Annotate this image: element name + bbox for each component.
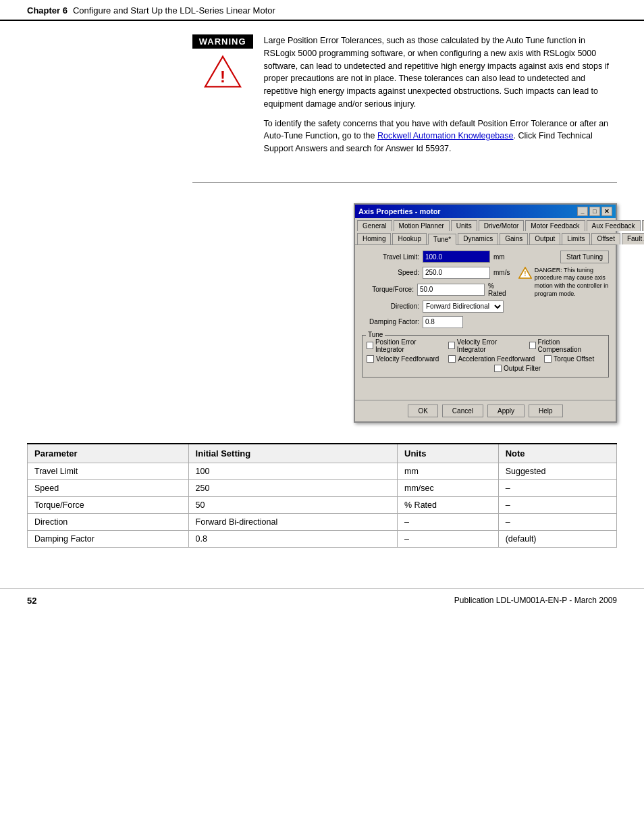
warning-label: WARNING bbox=[192, 34, 253, 49]
torque-unit: % Rated bbox=[488, 282, 512, 297]
close-button[interactable]: ✕ bbox=[601, 207, 612, 216]
friction-checkbox[interactable] bbox=[529, 342, 536, 349]
table-cell: (default) bbox=[498, 530, 616, 547]
tab-general[interactable]: General bbox=[357, 220, 392, 231]
dialog-footer: OK Cancel Apply Help bbox=[355, 400, 616, 421]
table-cell: Direction bbox=[28, 513, 189, 530]
spacer bbox=[362, 381, 609, 394]
torque-label: Torque/Force: bbox=[362, 286, 417, 293]
tab-tune[interactable]: Tune* bbox=[428, 234, 456, 245]
table-row: Torque/Force50% Rated– bbox=[28, 496, 617, 513]
tab-units[interactable]: Units bbox=[451, 220, 477, 231]
table-header-row: Parameter Initial Setting Units Note bbox=[28, 444, 617, 463]
accel-ff-label: Acceleration Feedforward bbox=[458, 355, 535, 363]
warning-icon-box: WARNING ! bbox=[192, 34, 253, 162]
output-filter-label: Output Filter bbox=[504, 365, 541, 372]
velocity-error-checkbox[interactable] bbox=[448, 342, 455, 349]
table-cell: 100 bbox=[188, 463, 397, 479]
checkbox-torque-offset: Torque Offset bbox=[544, 355, 594, 363]
position-error-checkbox[interactable] bbox=[367, 342, 373, 349]
chapter-label: Chapter 6 bbox=[27, 5, 68, 16]
checkbox-accel-ff: Acceleration Feedforward bbox=[448, 355, 535, 363]
table-cell: Speed bbox=[28, 479, 189, 496]
table-cell: – bbox=[498, 513, 616, 530]
tune-checkbox-row-3: Output Filter bbox=[367, 365, 604, 372]
tab-hookup[interactable]: Hookup bbox=[392, 233, 426, 244]
table-cell: – bbox=[498, 479, 616, 496]
table-cell: Damping Factor bbox=[28, 530, 189, 547]
travel-limit-unit: mm bbox=[493, 253, 505, 261]
position-error-label: Position Error Integrator bbox=[375, 338, 439, 353]
tune-legend: Tune bbox=[366, 331, 385, 338]
tab-conversion[interactable]: Conversion bbox=[642, 220, 644, 231]
table-cell: Suggested bbox=[498, 463, 616, 479]
friction-label: Friction Compensation bbox=[538, 338, 597, 353]
direction-label: Direction: bbox=[362, 303, 423, 310]
minimize-button[interactable]: _ bbox=[577, 207, 588, 216]
speed-danger-container: Speed: mm/s Torque/Force: % Rated Direct… bbox=[362, 267, 609, 332]
col-units: Units bbox=[398, 444, 499, 463]
damping-row: Damping Factor: bbox=[362, 316, 512, 328]
tab-motion-planner[interactable]: Motion Planner bbox=[394, 220, 450, 231]
warning-triangle-icon: ! bbox=[203, 54, 243, 89]
screenshot-section: Axis Properties - motor _ □ ✕ General Mo… bbox=[27, 203, 617, 423]
checkbox-velocity-error: Velocity Error Integrator bbox=[448, 338, 520, 353]
torque-input[interactable] bbox=[417, 284, 485, 296]
main-content: WARNING ! Large Position Error Tolerance… bbox=[0, 21, 644, 575]
tune-checkbox-row-2: Velocity Feedforward Acceleration Feedfo… bbox=[367, 355, 604, 363]
section-divider bbox=[192, 182, 617, 183]
tab-motor-feedback[interactable]: Motor Feedback bbox=[525, 220, 585, 231]
checkbox-velocity-ff: Velocity Feedforward bbox=[367, 355, 439, 363]
table-cell: 50 bbox=[188, 496, 397, 513]
tab-row-2: Homing Hookup Tune* Dynamics Gains Outpu… bbox=[355, 231, 616, 244]
svg-text:!: ! bbox=[524, 270, 526, 278]
direction-select[interactable]: Forward Bidirectional bbox=[423, 301, 504, 313]
speed-unit: mm/s bbox=[493, 269, 510, 276]
table-cell: 0.8 bbox=[188, 530, 397, 547]
output-filter-checkbox[interactable] bbox=[494, 365, 502, 372]
velocity-ff-label: Velocity Feedforward bbox=[376, 355, 439, 363]
speed-input[interactable] bbox=[423, 267, 490, 279]
checkbox-position-error: Position Error Integrator bbox=[367, 338, 439, 353]
tab-fault-actions[interactable]: Fault Actions bbox=[622, 233, 644, 244]
cancel-button[interactable]: Cancel bbox=[442, 405, 483, 417]
help-button[interactable]: Help bbox=[529, 405, 563, 417]
travel-limit-input[interactable] bbox=[423, 251, 490, 263]
danger-warning: ! DANGER: This tuning procedure may caus… bbox=[518, 267, 609, 298]
table-row: Damping Factor0.8–(default) bbox=[28, 530, 617, 547]
table-cell: mm bbox=[398, 463, 499, 479]
table-cell: mm/sec bbox=[398, 479, 499, 496]
dialog-titlebar: Axis Properties - motor _ □ ✕ bbox=[355, 205, 616, 218]
warning-text: Large Position Error Tolerances, such as… bbox=[264, 34, 617, 162]
start-tuning-button[interactable]: Start Tuning bbox=[560, 251, 609, 263]
tab-homing[interactable]: Homing bbox=[357, 233, 391, 244]
tab-limits[interactable]: Limits bbox=[562, 233, 590, 244]
maximize-button[interactable]: □ bbox=[589, 207, 600, 216]
damping-input[interactable] bbox=[423, 316, 463, 328]
table-cell: 250 bbox=[188, 479, 397, 496]
travel-limit-row: Travel Limit: mm Start Tuning bbox=[362, 251, 609, 263]
speed-label: Speed: bbox=[362, 269, 423, 276]
warning-section: WARNING ! Large Position Error Tolerance… bbox=[27, 34, 617, 162]
tab-offset[interactable]: Offset bbox=[591, 233, 620, 244]
tab-gains[interactable]: Gains bbox=[500, 233, 528, 244]
tab-output[interactable]: Output bbox=[529, 233, 560, 244]
torque-offset-checkbox[interactable] bbox=[544, 355, 552, 363]
table-cell: – bbox=[498, 496, 616, 513]
rockwell-link[interactable]: Rockwell Automation Knowlegebase bbox=[377, 131, 514, 140]
dialog-body: Travel Limit: mm Start Tuning Speed: mm/… bbox=[355, 245, 616, 400]
warning-container: WARNING ! Large Position Error Tolerance… bbox=[192, 34, 617, 162]
ok-button[interactable]: OK bbox=[408, 405, 437, 417]
tab-aux-feedback[interactable]: Aux Feedback bbox=[587, 220, 641, 231]
dialog-window: Axis Properties - motor _ □ ✕ General Mo… bbox=[354, 203, 617, 423]
velocity-ff-checkbox[interactable] bbox=[367, 355, 374, 363]
tab-dynamics[interactable]: Dynamics bbox=[458, 233, 498, 244]
warning-paragraph2: To identify the safety concerns that you… bbox=[264, 118, 617, 155]
titlebar-buttons: _ □ ✕ bbox=[577, 207, 612, 216]
apply-button[interactable]: Apply bbox=[487, 405, 525, 417]
tab-drive-motor[interactable]: Drive/Motor bbox=[479, 220, 525, 231]
chapter-title: Configure and Start Up the LDL-Series Li… bbox=[73, 5, 275, 16]
tune-checkbox-row-1: Position Error Integrator Velocity Error… bbox=[367, 338, 604, 353]
tune-group: Tune Position Error Integrator Velocity … bbox=[362, 335, 609, 377]
accel-ff-checkbox[interactable] bbox=[448, 355, 456, 363]
